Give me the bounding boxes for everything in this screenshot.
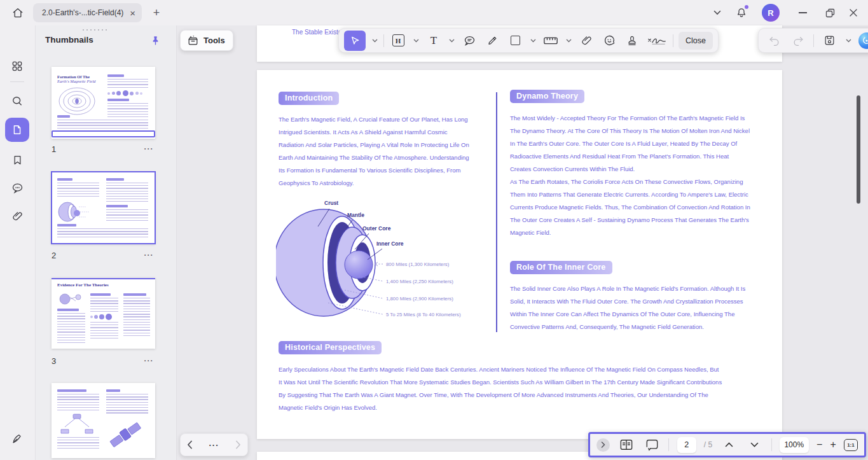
measure-tool-button[interactable] — [542, 32, 560, 50]
tab-title: 2.0-Earth's-...tic-Field(4) — [42, 8, 123, 17]
thumbnail-3-more-button[interactable]: ··· — [141, 356, 157, 368]
page1-viewport-indicator[interactable] — [52, 130, 155, 137]
highlight-tool-dropdown[interactable] — [412, 32, 420, 50]
toolbar-divider — [673, 34, 673, 47]
history-save-toolbar — [758, 28, 868, 53]
dynamo-paragraph-2: As The Earth Rotates, The Coriolis Force… — [510, 176, 752, 239]
sidebar-item-bookmarks[interactable] — [5, 148, 29, 172]
highlighter-icon — [486, 34, 499, 47]
page-navigation-bar: 2 / 5 100% − + 1:1 — [588, 432, 866, 457]
signature-tool-button[interactable] — [646, 32, 668, 50]
chevron-up-icon — [725, 442, 733, 447]
highlight-tool-button[interactable]: H — [389, 32, 407, 50]
thumb-mini-content — [107, 74, 148, 117]
redo-button[interactable] — [789, 32, 807, 50]
thumbnails-panel: Thumbnails Formation Of The Earth's Magn… — [35, 25, 176, 460]
thumbnail-2-more-button[interactable]: ··· — [141, 251, 157, 262]
text-tool-dropdown[interactable] — [448, 32, 455, 50]
thumb1-mini-title: Formation Of The — [57, 74, 102, 79]
zoom-in-button[interactable]: + — [830, 440, 836, 450]
dynamo-paragraph-1: The Most Widely - Accepted Theory For Th… — [510, 112, 752, 176]
highlighter-pen-button[interactable] — [483, 32, 501, 50]
minimize-icon — [799, 12, 807, 13]
close-window-button[interactable] — [849, 8, 858, 17]
thumbnail-page-4[interactable] — [52, 383, 155, 458]
document-tab[interactable]: 2.0-Earth's-...tic-Field(4) × — [33, 3, 142, 22]
undo-button[interactable] — [765, 32, 783, 50]
presentation-mode-button[interactable] — [643, 436, 661, 454]
pager-more-button[interactable]: ··· — [209, 440, 219, 450]
sticker-tool-button[interactable] — [600, 32, 618, 50]
thumb-mini-badge — [57, 178, 72, 181]
document-canvas[interactable]: The Stable Existe Introduction The Earth… — [176, 25, 868, 460]
pin-panel-button[interactable] — [148, 32, 163, 48]
attach-file-button[interactable] — [577, 32, 595, 50]
thumb2-earth-diagram — [57, 199, 92, 225]
undo-icon — [768, 35, 780, 46]
zoom-level-input[interactable]: 100% — [780, 437, 809, 453]
shape-tool-button[interactable] — [506, 32, 524, 50]
nav-divider — [771, 438, 772, 451]
notifications-button[interactable] — [735, 6, 748, 19]
restore-window-button[interactable] — [825, 8, 835, 18]
ai-assistant-button[interactable] — [858, 32, 868, 49]
thumbnail-page-3[interactable]: Evidence For The Theories — [52, 278, 155, 349]
thumbnail-1-more-button[interactable]: ··· — [141, 144, 157, 156]
chevron-down-icon[interactable] — [713, 10, 721, 15]
tools-button[interactable]: Tools — [180, 30, 233, 51]
comment-bubble-icon — [463, 34, 476, 47]
measure-tool-dropdown[interactable] — [565, 32, 572, 50]
inner-core-paragraph: The Solid Inner Core Also Plays A Role I… — [510, 282, 752, 333]
next-page-button[interactable] — [745, 436, 763, 454]
text-tool-button[interactable]: T — [425, 32, 443, 50]
sidebar-item-apps[interactable] — [5, 54, 29, 78]
previous-page-button[interactable] — [720, 436, 738, 454]
thumbnail-page-2[interactable] — [52, 172, 155, 244]
comment-tool-button[interactable] — [460, 32, 478, 50]
page-layout-button[interactable] — [617, 436, 635, 454]
panel-drag-handle[interactable] — [81, 29, 107, 31]
diagram-measurement-inner-core: 800 Miles (1,300 Kilometers) — [386, 261, 450, 267]
collapse-nav-button[interactable] — [596, 438, 610, 452]
thumb-mini-content — [90, 293, 118, 338]
shape-tool-dropdown[interactable] — [529, 32, 537, 50]
chevron-down-icon — [750, 442, 759, 447]
user-avatar[interactable]: R — [762, 4, 780, 22]
minimize-button[interactable] — [794, 12, 811, 13]
select-tool-dropdown[interactable] — [371, 32, 378, 50]
new-tab-button[interactable]: + — [149, 5, 164, 20]
thumb-mini-content — [57, 178, 99, 225]
thumb-mini-badge — [107, 99, 129, 101]
current-page-input[interactable]: 2 — [677, 437, 696, 453]
thumb-mini-rule — [52, 278, 155, 279]
zoom-out-button[interactable]: − — [816, 440, 822, 450]
thumb-mini-badge — [106, 205, 128, 207]
pager-next-button[interactable] — [235, 440, 241, 449]
tab-close-icon[interactable]: × — [130, 8, 135, 18]
vertical-scrollbar-thumb[interactable] — [857, 95, 860, 204]
thumb-mini-text — [57, 394, 99, 410]
actual-size-button[interactable]: 1:1 — [844, 439, 858, 451]
grid-icon — [11, 60, 24, 73]
save-button[interactable] — [820, 32, 838, 50]
sidebar-item-search[interactable] — [5, 89, 29, 113]
redo-icon — [792, 35, 804, 46]
diagram-label-mantle: Mantle — [347, 212, 364, 218]
sidebar-item-signature[interactable] — [5, 426, 29, 450]
home-button[interactable] — [9, 4, 27, 22]
thumbnail-page-1[interactable]: Formation Of The Earth's Magnetic Field — [52, 67, 155, 139]
page1-text-fragment: The Stable Existe — [292, 29, 341, 36]
earth-layers-diagram: Crust Mantle Outer Core Inner Core 800 M… — [276, 195, 467, 323]
sidebar-item-attachments[interactable] — [5, 204, 29, 228]
page-total-label: / 5 — [704, 440, 712, 449]
pager-prev-button[interactable] — [187, 440, 193, 449]
nav-divider — [668, 438, 669, 451]
close-toolbar-button[interactable]: Close — [679, 32, 713, 50]
select-tool-button[interactable] — [344, 31, 366, 51]
sidebar-item-comments[interactable] — [5, 176, 29, 200]
save-options-dropdown[interactable] — [844, 32, 852, 50]
stamp-tool-button[interactable] — [623, 32, 641, 50]
thumb-mini-badge — [123, 293, 146, 296]
sidebar-item-thumbnails[interactable] — [5, 118, 29, 142]
thumb-mini-content — [57, 292, 85, 344]
